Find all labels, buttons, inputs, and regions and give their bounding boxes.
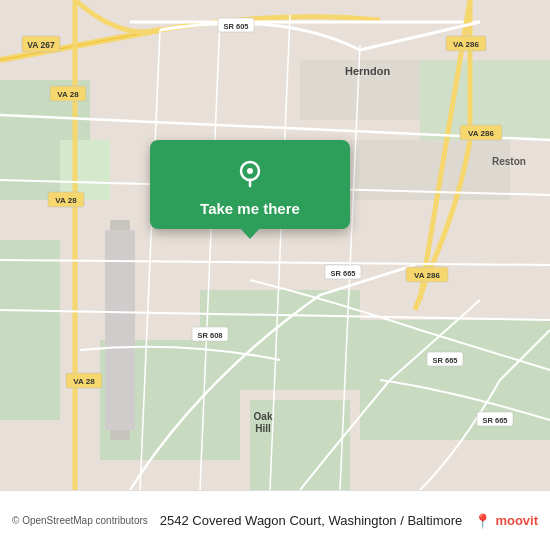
svg-text:SR 665: SR 665	[482, 416, 507, 425]
svg-text:SR 665: SR 665	[432, 356, 457, 365]
moovit-logo: 📍 moovit	[474, 513, 538, 529]
svg-rect-2	[0, 240, 60, 420]
svg-text:SR 665: SR 665	[330, 269, 355, 278]
svg-text:SR 605: SR 605	[223, 22, 248, 31]
moovit-brand: moovit	[495, 513, 538, 528]
address-label: 2542 Covered Wagon Court, Washington / B…	[148, 513, 475, 528]
svg-text:Herndon: Herndon	[345, 65, 391, 77]
svg-text:Reston: Reston	[492, 156, 526, 167]
svg-text:VA 286: VA 286	[414, 271, 440, 280]
svg-text:Hill: Hill	[255, 423, 271, 434]
svg-text:VA 28: VA 28	[57, 90, 79, 99]
moovit-pin-icon: 📍	[474, 513, 491, 529]
popup-card[interactable]: Take me there	[150, 140, 350, 229]
svg-rect-4	[360, 320, 550, 440]
bottom-bar: © OpenStreetMap contributors 2542 Covere…	[0, 490, 550, 550]
map-container: VA 267 VA 28 VA 28 VA 28 VA 286 VA 286 V…	[0, 0, 550, 490]
svg-text:SR 608: SR 608	[197, 331, 222, 340]
svg-text:Oak: Oak	[254, 411, 273, 422]
osm-attribution: © OpenStreetMap contributors	[12, 515, 148, 526]
svg-point-57	[247, 168, 253, 174]
svg-text:VA 28: VA 28	[55, 196, 77, 205]
take-me-there-button[interactable]: Take me there	[200, 200, 300, 217]
svg-text:VA 28: VA 28	[73, 377, 95, 386]
map-svg: VA 267 VA 28 VA 28 VA 28 VA 286 VA 286 V…	[0, 0, 550, 490]
svg-text:VA 286: VA 286	[453, 40, 479, 49]
svg-rect-8	[60, 140, 110, 200]
svg-text:VA 267: VA 267	[27, 40, 55, 50]
svg-text:VA 286: VA 286	[468, 129, 494, 138]
map-pin-icon	[231, 154, 269, 192]
